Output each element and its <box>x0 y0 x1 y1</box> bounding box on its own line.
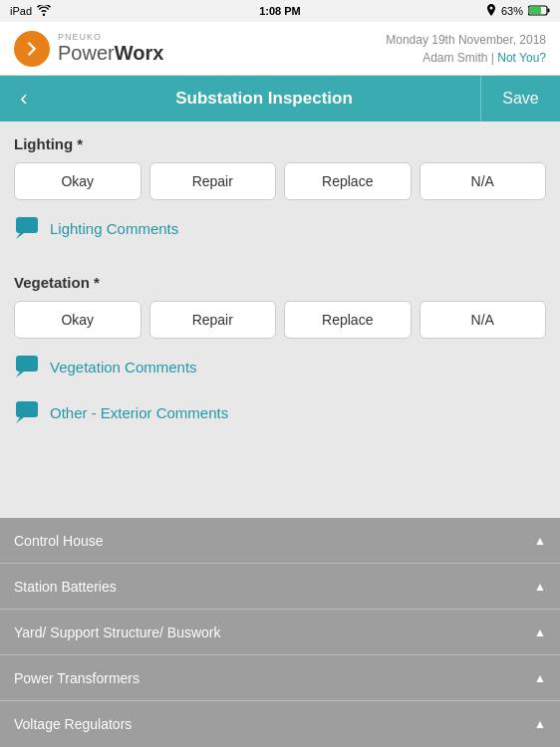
yard-support-arrow: ▲ <box>534 625 546 639</box>
header-date: Monday 19th November, 2018 <box>386 31 546 49</box>
nav-title: Substation Inspection <box>48 89 480 109</box>
voltage-regulators-label: Voltage Regulators <box>14 716 132 732</box>
vegetation-section: Vegetation * Okay Repair Replace N/A Veg… <box>14 274 546 380</box>
control-house-arrow: ▲ <box>534 534 546 548</box>
lighting-comment-icon <box>14 214 42 242</box>
wifi-icon <box>37 5 51 18</box>
lighting-comment-row: Lighting Comments <box>14 214 546 242</box>
logo-power: Power <box>58 42 115 64</box>
logo-pneuko: PNEUKO <box>58 32 163 42</box>
svg-rect-1 <box>548 8 550 12</box>
control-house-item[interactable]: Control House ▲ <box>0 518 560 564</box>
vegetation-label: Vegetation * <box>14 274 546 291</box>
vegetation-okay-button[interactable]: Okay <box>14 301 141 339</box>
control-house-label: Control House <box>14 533 104 549</box>
main-content: Lighting * Okay Repair Replace N/A Light… <box>0 122 560 518</box>
power-transformers-item[interactable]: Power Transformers ▲ <box>0 655 560 701</box>
yard-support-item[interactable]: Yard/ Support Structure/ Buswork ▲ <box>0 610 560 655</box>
lighting-label: Lighting * <box>14 135 546 152</box>
logo-container: PNEUKO PowerWorx <box>14 31 163 67</box>
station-batteries-label: Station Batteries <box>14 579 117 595</box>
svg-rect-4 <box>16 217 38 233</box>
device-label: iPad <box>10 5 32 17</box>
svg-marker-5 <box>16 233 24 239</box>
header-user: Adam Smith | Not You? <box>386 49 546 67</box>
svg-point-3 <box>23 39 41 57</box>
logo-worx: Worx <box>115 42 164 64</box>
nav-bar: ‹ Substation Inspection Save <box>0 76 560 122</box>
station-batteries-item[interactable]: Station Batteries ▲ <box>0 564 560 610</box>
vegetation-comment-icon <box>14 353 42 380</box>
vegetation-comments-link[interactable]: Vegetation Comments <box>50 359 197 375</box>
power-transformers-arrow: ▲ <box>534 671 546 685</box>
status-bar-right: 63% <box>486 4 550 19</box>
voltage-regulators-item[interactable]: Voltage Regulators ▲ <box>0 701 560 747</box>
svg-rect-2 <box>529 7 541 14</box>
lighting-repair-button[interactable]: Repair <box>149 162 277 200</box>
battery-icon <box>528 5 550 18</box>
lighting-okay-button[interactable]: Okay <box>14 162 141 200</box>
svg-marker-7 <box>16 372 24 377</box>
section-divider-1 <box>14 260 546 274</box>
not-you-link[interactable]: Not You? <box>497 51 546 65</box>
other-comment-row: Other - Exterior Comments <box>14 398 546 426</box>
vegetation-na-button[interactable]: N/A <box>420 301 547 339</box>
app-header: PNEUKO PowerWorx Monday 19th November, 2… <box>0 22 560 76</box>
lighting-section: Lighting * Okay Repair Replace N/A Light… <box>14 135 546 242</box>
vegetation-replace-button[interactable]: Replace <box>284 301 412 339</box>
vegetation-comment-row: Vegetation Comments <box>14 353 546 380</box>
bottom-sections: Control House ▲ Station Batteries ▲ Yard… <box>0 518 560 747</box>
other-exterior-comments-link[interactable]: Other - Exterior Comments <box>50 404 228 421</box>
battery-percent: 63% <box>501 5 523 17</box>
lighting-replace-button[interactable]: Replace <box>284 162 412 200</box>
lighting-na-button[interactable]: N/A <box>420 162 547 200</box>
svg-rect-6 <box>16 356 38 372</box>
status-bar-left: iPad <box>10 5 51 18</box>
status-bar: iPad 1:08 PM 63% <box>0 0 560 22</box>
power-transformers-label: Power Transformers <box>14 670 140 686</box>
voltage-regulators-arrow: ▲ <box>534 717 546 731</box>
logo-icon <box>14 31 50 67</box>
back-button[interactable]: ‹ <box>0 86 48 112</box>
svg-rect-8 <box>16 401 38 417</box>
vegetation-repair-button[interactable]: Repair <box>149 301 277 339</box>
status-bar-time: 1:08 PM <box>259 5 301 17</box>
station-batteries-arrow: ▲ <box>534 580 546 594</box>
logo-text: PNEUKO PowerWorx <box>58 32 163 65</box>
other-comment-icon <box>14 398 42 426</box>
save-button[interactable]: Save <box>480 76 560 122</box>
svg-marker-9 <box>16 417 24 423</box>
header-info: Monday 19th November, 2018 Adam Smith | … <box>386 31 546 67</box>
lighting-button-row: Okay Repair Replace N/A <box>14 162 546 200</box>
vegetation-button-row: Okay Repair Replace N/A <box>14 301 546 339</box>
lighting-comments-link[interactable]: Lighting Comments <box>50 220 178 237</box>
yard-support-label: Yard/ Support Structure/ Buswork <box>14 624 221 640</box>
location-icon <box>486 4 496 19</box>
